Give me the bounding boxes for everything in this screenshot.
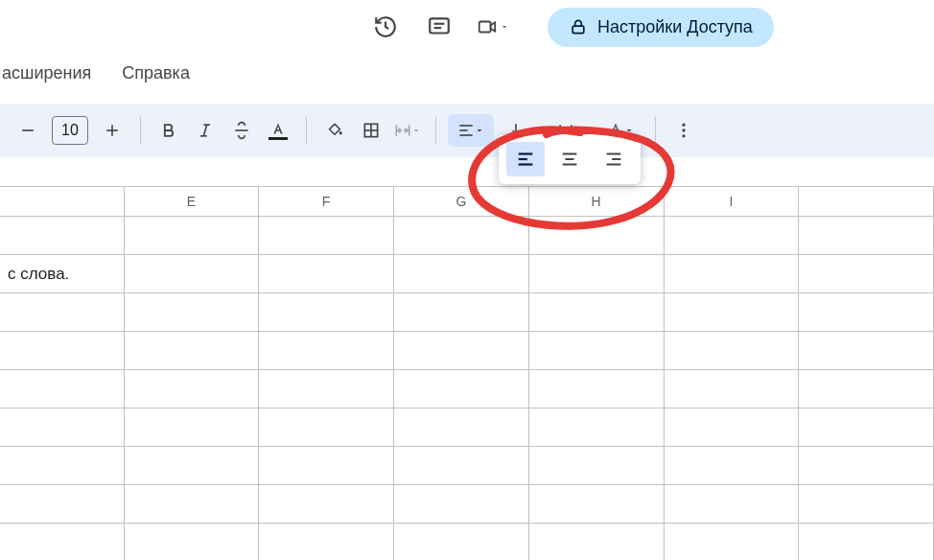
cell[interactable] bbox=[394, 524, 529, 560]
font-size-increase[interactable] bbox=[96, 114, 128, 147]
cell[interactable] bbox=[259, 293, 394, 332]
cell[interactable] bbox=[0, 408, 125, 447]
column-header[interactable]: F bbox=[259, 187, 394, 216]
menu-help[interactable]: Справка bbox=[120, 58, 192, 89]
cell[interactable] bbox=[394, 485, 529, 524]
cell[interactable] bbox=[799, 332, 934, 370]
cell[interactable] bbox=[259, 408, 394, 447]
cell[interactable] bbox=[0, 447, 125, 485]
cell[interactable] bbox=[125, 255, 260, 293]
share-label: Настройки Доступа bbox=[597, 17, 753, 37]
cell[interactable] bbox=[0, 332, 125, 370]
cell[interactable] bbox=[799, 524, 934, 560]
cell[interactable] bbox=[125, 408, 260, 447]
italic-button[interactable] bbox=[189, 114, 222, 147]
cell[interactable] bbox=[125, 293, 260, 332]
svg-rect-3 bbox=[479, 22, 491, 33]
cell[interactable] bbox=[394, 408, 529, 447]
cell[interactable] bbox=[529, 293, 665, 332]
column-headers: E F G H I bbox=[0, 186, 934, 217]
cell[interactable] bbox=[394, 332, 529, 370]
history-icon[interactable] bbox=[369, 11, 402, 43]
align-left-button[interactable] bbox=[506, 142, 545, 176]
cell[interactable] bbox=[799, 370, 934, 408]
cell[interactable] bbox=[665, 217, 800, 255]
horizontal-align-button[interactable] bbox=[448, 114, 494, 147]
cell[interactable] bbox=[665, 370, 800, 408]
cell[interactable] bbox=[799, 293, 934, 332]
column-header[interactable]: E bbox=[125, 187, 260, 216]
cell[interactable] bbox=[394, 255, 529, 293]
cell[interactable] bbox=[529, 408, 665, 447]
comments-icon[interactable] bbox=[423, 11, 455, 43]
column-header[interactable]: G bbox=[394, 187, 529, 216]
cell[interactable] bbox=[259, 524, 394, 560]
cell[interactable] bbox=[665, 485, 800, 524]
more-options-button[interactable] bbox=[667, 114, 700, 147]
cell[interactable] bbox=[665, 293, 800, 332]
svg-point-28 bbox=[682, 134, 685, 137]
cell[interactable]: с слова. bbox=[0, 255, 125, 293]
cell[interactable] bbox=[125, 447, 260, 485]
column-header[interactable] bbox=[799, 187, 934, 216]
cell[interactable] bbox=[529, 485, 665, 524]
cell[interactable] bbox=[665, 332, 800, 370]
cell[interactable] bbox=[665, 524, 800, 560]
cell[interactable] bbox=[529, 332, 665, 370]
cell[interactable] bbox=[0, 370, 125, 408]
cell[interactable] bbox=[259, 370, 394, 408]
cell[interactable] bbox=[665, 255, 800, 293]
separator bbox=[140, 117, 141, 144]
cell[interactable] bbox=[0, 485, 125, 524]
cell[interactable] bbox=[259, 447, 394, 485]
cell[interactable] bbox=[0, 217, 125, 255]
cell[interactable] bbox=[125, 332, 260, 370]
cell[interactable] bbox=[529, 255, 665, 293]
cell[interactable] bbox=[125, 524, 260, 560]
cell[interactable] bbox=[529, 217, 665, 255]
align-center-button[interactable] bbox=[550, 142, 589, 176]
font-size-decrease[interactable] bbox=[12, 114, 44, 147]
column-header[interactable]: H bbox=[529, 187, 665, 216]
bold-button[interactable] bbox=[152, 114, 185, 147]
cell[interactable] bbox=[125, 370, 260, 408]
align-popup bbox=[499, 134, 641, 184]
cell[interactable] bbox=[259, 255, 394, 293]
svg-line-11 bbox=[203, 125, 206, 136]
cell[interactable] bbox=[665, 408, 800, 447]
cell[interactable] bbox=[799, 217, 934, 255]
align-right-button[interactable] bbox=[595, 142, 633, 176]
cell[interactable] bbox=[394, 293, 529, 332]
cell[interactable] bbox=[799, 485, 934, 524]
meet-icon[interactable] bbox=[477, 11, 509, 43]
cell[interactable] bbox=[0, 293, 125, 332]
merge-cells-button[interactable] bbox=[391, 114, 424, 147]
cell[interactable] bbox=[529, 370, 665, 408]
cell[interactable] bbox=[529, 447, 665, 485]
cell[interactable] bbox=[0, 524, 125, 560]
cell[interactable] bbox=[799, 447, 934, 485]
cell[interactable] bbox=[799, 408, 934, 447]
cell[interactable] bbox=[529, 524, 665, 560]
fill-color-button[interactable] bbox=[318, 114, 351, 147]
cell[interactable] bbox=[665, 447, 800, 485]
lock-icon bbox=[569, 17, 588, 36]
column-header[interactable] bbox=[0, 187, 125, 216]
menu-extensions[interactable]: асширения bbox=[0, 58, 93, 89]
separator bbox=[655, 117, 656, 144]
cell[interactable] bbox=[259, 217, 394, 255]
cell[interactable] bbox=[125, 217, 260, 255]
cell[interactable] bbox=[394, 217, 529, 255]
font-size-input[interactable]: 10 bbox=[52, 116, 88, 145]
cell[interactable] bbox=[799, 255, 934, 293]
borders-button[interactable] bbox=[355, 114, 387, 147]
strikethrough-button[interactable] bbox=[225, 114, 258, 147]
cell[interactable] bbox=[259, 332, 394, 370]
cell[interactable] bbox=[259, 485, 394, 524]
cell[interactable] bbox=[394, 447, 529, 485]
share-button[interactable]: Настройки Доступа bbox=[548, 8, 774, 47]
cell[interactable] bbox=[125, 485, 260, 524]
column-header[interactable]: I bbox=[665, 187, 800, 216]
cell[interactable] bbox=[394, 370, 529, 408]
text-color-button[interactable] bbox=[262, 114, 294, 147]
